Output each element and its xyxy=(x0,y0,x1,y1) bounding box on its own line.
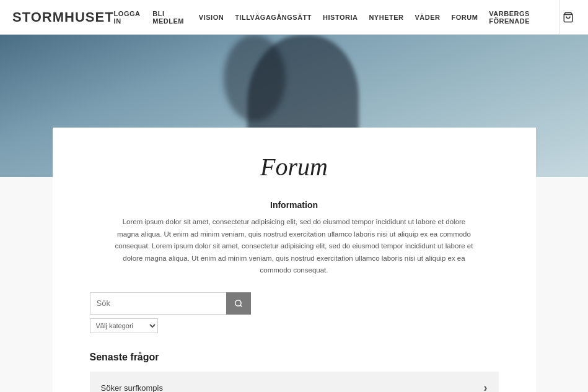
nav-nyheter[interactable]: NYHETER xyxy=(369,14,403,21)
nav-logga-in[interactable]: LOGGA IN xyxy=(114,10,142,25)
nav-vader[interactable]: VÄDER xyxy=(415,14,440,21)
chevron-right-icon-0: › xyxy=(484,381,488,392)
info-section: Information Lorem ipsum dolor sit amet, … xyxy=(90,200,499,277)
question-label-0: Söker surfkompis xyxy=(101,383,163,392)
nav-vision[interactable]: VISION xyxy=(199,14,224,21)
cart-button[interactable] xyxy=(559,0,576,35)
search-section: Välj kategori xyxy=(90,292,499,333)
category-select[interactable]: Välj kategori xyxy=(90,318,158,333)
svg-line-2 xyxy=(240,305,242,307)
info-text: Lorem ipsum dolor sit amet, consectetur … xyxy=(115,216,474,277)
nav-varbergs-forenade[interactable]: VARBERGS FÖRENADE xyxy=(489,10,553,25)
search-row xyxy=(90,292,251,315)
recent-title: Senaste frågor xyxy=(90,352,499,363)
question-item-soker-surfkompis[interactable]: Söker surfkompis › xyxy=(90,372,499,392)
info-heading: Information xyxy=(90,200,499,210)
nav-forum[interactable]: FORUM xyxy=(451,14,478,21)
site-logo: STORMHUSET xyxy=(12,9,114,25)
content-card: Forum Information Lorem ipsum dolor sit … xyxy=(53,128,536,392)
main-nav: LOGGA IN BLI MEDLEM VISION TILLVÄGAGÅNGS… xyxy=(114,10,554,25)
nav-historia[interactable]: HISTORIA xyxy=(323,14,358,21)
forum-title: Forum xyxy=(90,152,499,181)
nav-bli-medlem[interactable]: BLI MEDLEM xyxy=(152,10,188,25)
search-input[interactable] xyxy=(90,292,226,315)
recent-section: Senaste frågor Söker surfkompis › SUP Co… xyxy=(90,352,499,392)
svg-point-1 xyxy=(235,300,240,305)
search-button[interactable] xyxy=(226,292,251,315)
site-header: STORMHUSET LOGGA IN BLI MEDLEM VISION TI… xyxy=(0,0,588,35)
nav-tillvagagangssatt[interactable]: TILLVÄGAGÅNGSÄTT xyxy=(235,14,312,21)
